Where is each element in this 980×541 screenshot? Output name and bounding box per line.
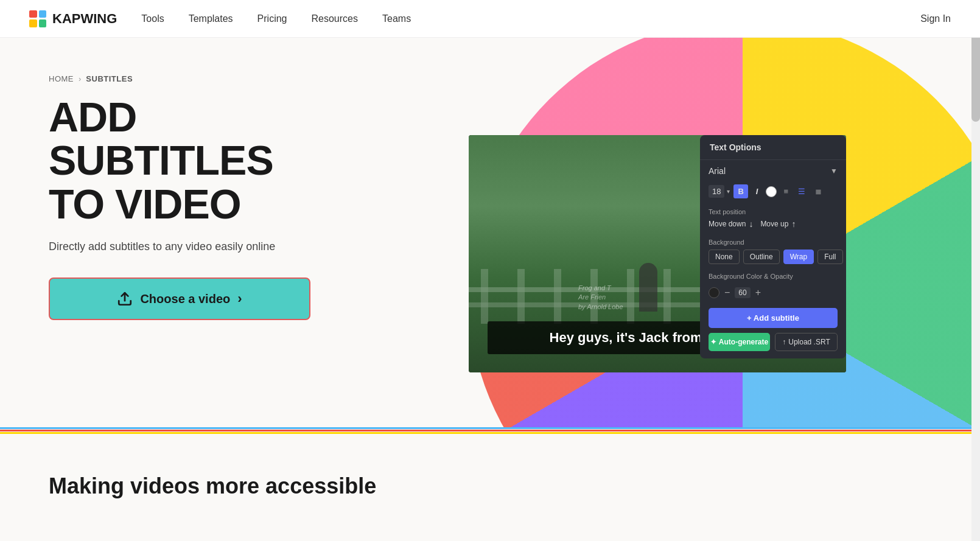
upload-srt-icon: ↑ [782, 338, 786, 346]
bottom-section: Making videos more accessible [0, 437, 980, 511]
navbar: KAPWING Tools Templates Pricing Resource… [0, 0, 980, 38]
nav-resources[interactable]: Resources [312, 13, 358, 24]
svg-rect-4 [517, 269, 525, 324]
bg-color-picker[interactable] [709, 287, 719, 298]
deco-line-blue [0, 427, 980, 429]
svg-rect-5 [554, 269, 561, 324]
shirt-text: Frog and TAre Frienby Arnold Lobe [578, 284, 623, 312]
hero-title-line2: TO VIDEO [49, 181, 241, 227]
text-position-label: Text position [709, 208, 838, 215]
size-arrow-icon[interactable]: ▾ [727, 188, 730, 195]
opacity-value: 60 [735, 287, 750, 298]
navbar-left: KAPWING Tools Templates Pricing Resource… [29, 10, 411, 27]
nav-teams[interactable]: Teams [382, 13, 411, 24]
opacity-decrease-button[interactable]: − [724, 287, 730, 298]
hero-content: HOME › SUBTITLES ADD SUBTITLES TO VIDEO … [49, 74, 365, 320]
breadcrumb: HOME › SUBTITLES [49, 74, 365, 83]
move-up-button[interactable]: Move up ↑ [760, 219, 796, 229]
bg-full-button[interactable]: Full [817, 250, 842, 264]
bg-outline-button[interactable]: Outline [743, 250, 780, 264]
background-options-row: None Outline Wrap Full [709, 250, 838, 264]
add-subtitle-button[interactable]: + Add subtitle [709, 308, 838, 328]
align-right-button[interactable]: ≣ [812, 185, 825, 198]
upload-icon [117, 291, 133, 307]
align-center-button[interactable]: ☰ [795, 185, 808, 198]
bg-none-button[interactable]: None [709, 250, 740, 264]
bg-color-label: Background Color & Opacity [709, 273, 838, 280]
font-size-control: 18 ▾ [709, 185, 730, 198]
bottom-buttons-row: ✦ Auto-generate ↑ Upload .SRT [709, 333, 838, 351]
upload-srt-label: Upload .SRT [788, 338, 830, 346]
auto-gen-label: Auto-generate [719, 338, 768, 346]
text-options-panel: Text Options Arial ▼ 18 ▾ B I ≡ ☰ ≣ [700, 135, 846, 358]
align-left-button[interactable]: ≡ [780, 185, 791, 198]
font-size-value: 18 [709, 185, 724, 198]
opacity-increase-button[interactable]: + [755, 287, 761, 298]
hero-section: HOME › SUBTITLES ADD SUBTITLES TO VIDEO … [0, 38, 980, 427]
nav-templates[interactable]: Templates [189, 13, 233, 24]
auto-gen-icon: ✦ [710, 338, 716, 346]
choose-video-button[interactable]: Choose a video › [49, 277, 310, 320]
upload-srt-button[interactable]: ↑ Upload .SRT [775, 333, 838, 351]
deco-lines-container [0, 427, 980, 437]
svg-rect-8 [663, 269, 671, 324]
auto-generate-button[interactable]: ✦ Auto-generate [709, 333, 770, 351]
move-up-label: Move up [760, 220, 788, 228]
bottom-title: Making videos more accessible [49, 473, 931, 499]
move-down-label: Move down [709, 220, 746, 228]
position-controls-row: Move down ↓ Move up ↑ [709, 219, 838, 229]
breadcrumb-home[interactable]: HOME [49, 74, 74, 83]
move-down-button[interactable]: Move down ↓ [709, 219, 753, 229]
italic-button[interactable]: I [752, 184, 763, 198]
background-label: Background [709, 239, 838, 246]
move-up-arrow-icon: ↑ [791, 219, 796, 229]
deco-line-red [0, 430, 980, 431]
sign-in-button[interactable]: Sign In [920, 13, 951, 24]
hero-subtitle: Directly add subtitles to any video easi… [49, 240, 365, 253]
scrollbar[interactable] [971, 0, 980, 511]
bg-wrap-button[interactable]: Wrap [783, 250, 814, 264]
panel-action-buttons: + Add subtitle ✦ Auto-generate ↑ Upload … [700, 302, 846, 351]
format-row: 18 ▾ B I ≡ ☰ ≣ [700, 182, 846, 203]
bg-color-section: Background Color & Opacity [700, 268, 846, 280]
font-name: Arial [709, 166, 726, 176]
hero-title: ADD SUBTITLES TO VIDEO [49, 96, 365, 226]
font-selector-row[interactable]: Arial ▼ [700, 160, 846, 182]
opacity-row: − 60 + [700, 284, 846, 302]
text-color-picker[interactable] [766, 186, 777, 197]
chevron-down-icon: ▼ [830, 167, 838, 175]
choose-video-label: Choose a video [140, 292, 230, 306]
text-position-section: Text position Move down ↓ Move up ↑ [700, 203, 846, 229]
breadcrumb-separator: › [79, 74, 81, 83]
nav-pricing[interactable]: Pricing [257, 13, 287, 24]
hero-title-line1: ADD SUBTITLES [49, 94, 273, 183]
arrow-right-icon: › [237, 291, 242, 307]
svg-rect-3 [481, 269, 488, 324]
bold-button[interactable]: B [733, 184, 747, 198]
video-area: Frog and TAre Frienby Arnold Lobe Hey gu… [469, 135, 846, 372]
svg-rect-7 [627, 269, 634, 324]
background-section: Background None Outline Wrap Full [700, 234, 846, 264]
logo-icon [29, 10, 46, 27]
panel-title: Text Options [700, 135, 846, 160]
breadcrumb-current: SUBTITLES [86, 74, 133, 83]
nav-tools[interactable]: Tools [141, 13, 164, 24]
logo[interactable]: KAPWING [29, 10, 117, 27]
move-down-arrow-icon: ↓ [749, 219, 753, 229]
deco-line-yellow [0, 432, 980, 434]
microphone [639, 263, 657, 312]
logo-text: KAPWING [52, 11, 117, 27]
